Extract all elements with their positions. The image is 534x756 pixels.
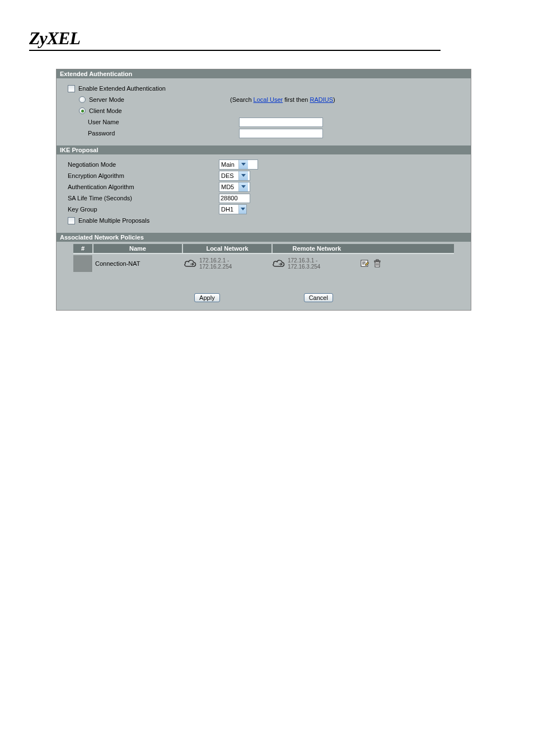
chevron-down-icon [238,160,248,169]
client-mode-radio[interactable] [79,107,86,114]
table-row: Connection-NAT 172.16.2.1 - 172.16.2.254 [73,254,454,273]
local-user-link[interactable]: Local User [254,96,283,103]
chevron-down-icon [238,171,248,180]
negotiation-mode-select[interactable]: Main [219,159,258,170]
settings-panel: Extended Authentication Enable Extended … [56,69,471,311]
username-input[interactable] [239,118,323,127]
cloud-icon [184,259,197,269]
key-group-label: Key Group [68,206,97,213]
encryption-label: Encryption Algorithm [68,172,124,179]
local-ip-range: 172.16.2.1 - 172.16.2.254 [199,257,232,270]
col-header-local: Local Network [182,244,271,253]
multiple-proposals-checkbox[interactable] [68,217,75,224]
cloud-icon [272,259,285,269]
col-header-name: Name [92,244,182,253]
key-group-value: DH1 [219,206,238,213]
radius-link[interactable]: RADIUS [310,96,333,103]
policies-table-header: # Name Local Network Remote Network [73,244,454,254]
remote-ip-range: 172.16.3.1 - 172.16.3.254 [288,257,320,270]
section-header-extauth: Extended Authentication [57,69,471,78]
encryption-value: DES [219,172,238,179]
brand-logo: ZyXEL [29,28,534,49]
auth-algo-label: Authentication Algorithm [68,184,134,190]
apply-button[interactable]: Apply [194,293,220,302]
col-header-num: # [73,244,92,253]
encryption-select[interactable]: DES [219,171,250,181]
col-header-remote: Remote Network [271,244,361,253]
negotiation-mode-label: Negotiation Mode [68,161,116,168]
username-label: User Name [88,119,119,125]
client-mode-label: Client Mode [89,107,122,114]
password-input[interactable] [239,129,323,138]
section-header-ike: IKE Proposal [57,145,471,154]
enable-extauth-label: Enable Extended Authentication [78,85,166,92]
sa-life-label: SA Life Time (Seconds) [68,195,132,201]
policies-table: # Name Local Network Remote Network Conn… [73,244,454,273]
server-mode-label: Server Mode [89,96,124,103]
search-mid: first then [283,96,310,103]
negotiation-mode-value: Main [219,161,238,168]
section-header-policies: Associated Network Policies [57,233,471,242]
chevron-down-icon [238,205,246,214]
sa-life-input[interactable] [219,194,250,203]
key-group-select[interactable]: DH1 [219,204,247,214]
brand-rule [29,50,441,51]
cancel-button[interactable]: Cancel [304,293,333,302]
server-mode-radio[interactable] [79,96,86,103]
edit-icon[interactable] [360,259,369,268]
auth-algo-value: MD5 [219,184,238,190]
search-prefix: (Search [230,96,254,103]
auth-algo-select[interactable]: MD5 [219,182,250,192]
password-label: Password [88,130,115,137]
search-suffix: ) [333,96,335,103]
trash-icon[interactable] [373,259,382,268]
enable-extauth-checkbox[interactable] [68,85,75,92]
multiple-proposals-label: Enable Multiple Proposals [78,217,149,224]
search-text: (Search Local User first then RADIUS) [230,96,335,103]
policy-name: Connection-NAT [93,259,181,268]
svg-rect-6 [376,260,378,261]
chevron-down-icon [238,182,248,191]
